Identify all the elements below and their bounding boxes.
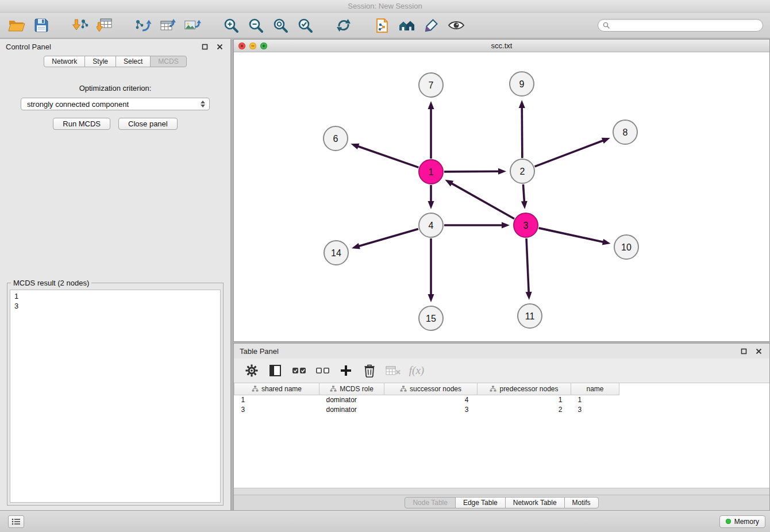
tab-style[interactable]: Style — [84, 56, 116, 67]
graph-edge-4-14[interactable] — [352, 229, 418, 249]
tab-node-table[interactable]: Node Table — [405, 497, 456, 508]
graph-node-11[interactable]: 11 — [518, 304, 542, 328]
graph-edge-2-3[interactable] — [521, 184, 528, 209]
function-builder-button[interactable]: f(x) — [408, 362, 425, 379]
search-input[interactable] — [613, 21, 758, 29]
select-all-button[interactable] — [290, 362, 307, 379]
graph-node-15[interactable]: 15 — [419, 306, 443, 330]
table-scroll-strip[interactable] — [234, 488, 769, 495]
show-columns-button[interactable] — [267, 362, 284, 379]
zoom-fit-button[interactable] — [271, 16, 290, 35]
cell[interactable]: 3 — [234, 404, 319, 414]
zoom-out-button[interactable] — [246, 16, 265, 35]
task-history-button[interactable] — [8, 515, 24, 528]
close-panel-button-2[interactable]: Close panel — [118, 118, 178, 130]
deselect-all-button[interactable] — [314, 362, 331, 379]
graph-edge-4-3[interactable] — [444, 222, 510, 229]
graph-node-1[interactable]: 1 — [419, 160, 443, 184]
graph-node-3[interactable]: 3 — [514, 213, 538, 237]
import-table-button[interactable] — [95, 16, 114, 35]
save-session-button[interactable] — [32, 16, 51, 35]
search-box[interactable] — [598, 19, 763, 32]
node-table-wrap: shared name MCDS role successor nodes pr… — [234, 383, 769, 488]
cell[interactable]: 3 — [384, 404, 478, 414]
home-view-button[interactable] — [397, 16, 417, 35]
cell[interactable]: dominator — [319, 395, 384, 404]
window-minimize-button[interactable] — [249, 43, 256, 49]
graph-edge-1-2[interactable] — [444, 168, 506, 175]
graph-node-8[interactable]: 8 — [613, 120, 637, 144]
network-canvas[interactable]: 7968124314101511 — [234, 52, 769, 341]
graph-edge-4-15[interactable] — [428, 238, 434, 302]
window-close-button[interactable] — [238, 43, 245, 49]
cell[interactable]: 1 — [571, 395, 619, 404]
cell[interactable]: 2 — [478, 404, 571, 414]
cell[interactable]: 3 — [571, 404, 619, 414]
refresh-view-button[interactable] — [334, 16, 353, 35]
window-maximize-button[interactable] — [260, 43, 267, 49]
graph-node-14[interactable]: 14 — [324, 241, 348, 265]
cell[interactable]: 4 — [384, 395, 478, 404]
close-panel-button[interactable] — [214, 41, 225, 52]
graph-edge-1-6[interactable] — [351, 144, 418, 168]
tab-mcds[interactable]: MCDS — [150, 56, 186, 67]
graph-node-10[interactable]: 10 — [614, 235, 638, 259]
export-network-button[interactable] — [133, 16, 153, 35]
graph-edge-1-4[interactable] — [428, 185, 434, 209]
float-panel-button[interactable] — [199, 41, 210, 52]
export-table-icon — [160, 18, 176, 33]
delete-table-button[interactable] — [384, 362, 402, 379]
graph-node-9[interactable]: 9 — [510, 72, 534, 96]
delete-button[interactable] — [361, 362, 378, 379]
column-header-predecessor-nodes[interactable]: predecessor nodes — [478, 383, 571, 395]
float-table-panel-button[interactable] — [738, 346, 749, 356]
export-table-button[interactable] — [158, 16, 178, 35]
tab-select[interactable]: Select — [116, 56, 151, 67]
graph-edge-3-1[interactable] — [445, 180, 514, 219]
tab-edge-table[interactable]: Edge Table — [455, 497, 506, 508]
open-session-button[interactable] — [7, 16, 26, 35]
table-settings-button[interactable] — [243, 362, 260, 379]
graph-edge-2-9[interactable] — [519, 100, 525, 158]
cell[interactable]: 1 — [234, 395, 319, 404]
graph-edge-1-7[interactable] — [428, 101, 434, 159]
tab-motifs[interactable]: Motifs — [564, 497, 599, 508]
graph-node-2[interactable]: 2 — [510, 159, 534, 183]
optimization-criterion-dropdown[interactable]: strongly connected component — [21, 98, 210, 110]
memory-button[interactable]: Memory — [719, 515, 765, 528]
run-mcds-button[interactable]: Run MCDS — [53, 118, 110, 130]
graph-edge-2-8[interactable] — [535, 138, 610, 167]
import-network-button[interactable] — [70, 16, 90, 35]
table-row[interactable]: 1 dominator 4 1 1 — [234, 395, 770, 404]
svg-text:8: 8 — [623, 128, 628, 137]
column-header-shared-name[interactable]: shared name — [234, 383, 319, 395]
table-row[interactable]: 3 dominator 3 2 3 — [234, 404, 770, 414]
tab-network-table[interactable]: Network Table — [505, 497, 565, 508]
tab-network[interactable]: Network — [44, 56, 85, 67]
zoom-out-icon — [248, 18, 264, 33]
show-hide-details-button[interactable] — [446, 16, 466, 35]
graph-node-6[interactable]: 6 — [324, 126, 348, 151]
float-window-icon — [202, 44, 208, 50]
apply-style-button[interactable] — [422, 16, 441, 35]
mcds-result-text[interactable]: 1 3 — [10, 290, 221, 503]
add-button[interactable] — [337, 362, 355, 379]
close-table-panel-button[interactable] — [753, 346, 764, 356]
table-header-row: shared name MCDS role successor nodes pr… — [234, 383, 770, 395]
toolbar-separator — [207, 25, 216, 26]
cell[interactable]: dominator — [319, 404, 384, 414]
column-header-mcds-role[interactable]: MCDS role — [319, 383, 384, 395]
graph-node-4[interactable]: 4 — [419, 213, 443, 237]
column-header-successor-nodes[interactable]: successor nodes — [384, 383, 478, 395]
graph-edge-3-11[interactable] — [526, 238, 532, 300]
zoom-selected-button[interactable] — [295, 16, 315, 35]
column-header-filler — [619, 383, 770, 395]
graph-edge-3-10[interactable] — [538, 228, 610, 245]
cell[interactable]: 1 — [478, 395, 571, 404]
column-header-name[interactable]: name — [571, 383, 619, 395]
export-image-button[interactable] — [183, 16, 202, 35]
network-document-button[interactable] — [372, 16, 392, 35]
eye-icon — [448, 19, 465, 32]
zoom-in-button[interactable] — [221, 16, 241, 35]
graph-node-7[interactable]: 7 — [419, 73, 443, 97]
